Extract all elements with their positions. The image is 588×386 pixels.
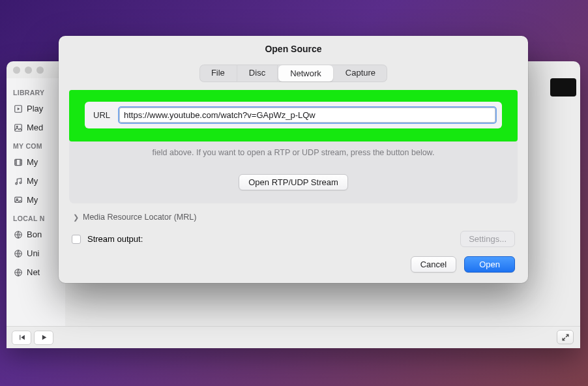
- sidebar: LIBRARY Play Med MY COM My My: [7, 78, 65, 326]
- sidebar-item-network[interactable]: Net: [13, 263, 65, 282]
- sidebar-item-upnp[interactable]: Uni: [13, 244, 65, 263]
- sidebar-section-local: LOCAL N: [13, 215, 65, 222]
- media-icon: [13, 123, 23, 132]
- sidebar-item-label: Net: [27, 267, 40, 277]
- sidebar-item-bonjour[interactable]: Bon: [13, 225, 65, 244]
- globe-icon: [13, 248, 23, 258]
- tab-network[interactable]: Network: [278, 65, 333, 82]
- play-button[interactable]: [34, 331, 53, 345]
- chevron-right-icon: ❯: [73, 213, 79, 222]
- cancel-button[interactable]: Cancel: [411, 256, 456, 273]
- url-row: URL: [85, 102, 502, 128]
- close-icon[interactable]: [13, 67, 20, 74]
- minimize-icon[interactable]: [25, 67, 32, 74]
- film-icon: [13, 157, 23, 167]
- mrl-disclosure[interactable]: ❯ Media Resource Locator (MRL): [59, 210, 528, 227]
- sidebar-item-label: My: [27, 157, 38, 167]
- sidebar-item-mypictures[interactable]: My: [13, 190, 65, 209]
- zoom-icon[interactable]: [37, 67, 44, 74]
- sidebar-item-media[interactable]: Med: [13, 118, 65, 137]
- globe-icon: [13, 267, 23, 277]
- highlight-region: URL: [69, 90, 518, 141]
- sidebar-section-mycomputer: MY COM: [13, 142, 65, 150]
- url-label: URL: [91, 110, 110, 120]
- open-rtp-udp-button[interactable]: Open RTP/UDP Stream: [239, 174, 348, 190]
- sidebar-item-label: My: [27, 195, 38, 205]
- sidebar-item-myvideos[interactable]: My: [13, 153, 65, 171]
- picture-icon: [13, 195, 23, 205]
- open-source-dialog: Open Source File Disc Network Capture UR…: [59, 36, 528, 283]
- previous-button[interactable]: [12, 331, 31, 345]
- tab-capture[interactable]: Capture: [334, 65, 387, 82]
- tab-file[interactable]: File: [199, 65, 237, 82]
- svg-rect-2: [14, 124, 22, 131]
- svg-point-5: [15, 183, 17, 185]
- sidebar-item-label: Uni: [27, 248, 40, 258]
- sidebar-item-mymusic[interactable]: My: [13, 171, 65, 190]
- svg-marker-1: [17, 107, 19, 110]
- open-button[interactable]: Open: [464, 256, 515, 273]
- globe-icon: [13, 230, 23, 239]
- tab-disc[interactable]: Disc: [237, 65, 278, 82]
- playlist-icon: [13, 104, 23, 113]
- stream-output-row: Stream output: Settings...: [59, 227, 528, 247]
- mrl-label: Media Resource Locator (MRL): [83, 213, 196, 222]
- svg-point-3: [16, 126, 18, 127]
- music-icon: [13, 176, 23, 186]
- sidebar-item-playlist[interactable]: Play: [13, 99, 65, 118]
- sidebar-section-library: LIBRARY: [13, 89, 65, 96]
- url-input[interactable]: [119, 108, 495, 123]
- search-field-bg: [550, 78, 576, 96]
- source-tabs: File Disc Network Capture: [59, 65, 528, 82]
- playback-toolbar: [7, 326, 580, 348]
- hint-text: field above. If you want to open a RTP o…: [69, 141, 518, 170]
- dialog-actions: Cancel Open: [59, 247, 528, 273]
- stream-output-label: Stream output:: [87, 234, 143, 244]
- stream-output-checkbox[interactable]: [72, 235, 81, 244]
- network-pane: URL field above. If you want to open a R…: [69, 90, 518, 203]
- sidebar-item-label: Bon: [27, 230, 42, 239]
- sidebar-item-label: Med: [27, 123, 43, 132]
- dialog-title: Open Source: [59, 36, 528, 61]
- sidebar-item-label: Play: [27, 104, 43, 113]
- fullscreen-button[interactable]: [557, 330, 574, 344]
- svg-point-6: [20, 181, 22, 183]
- stream-settings-button: Settings...: [460, 231, 515, 247]
- sidebar-item-label: My: [27, 176, 38, 186]
